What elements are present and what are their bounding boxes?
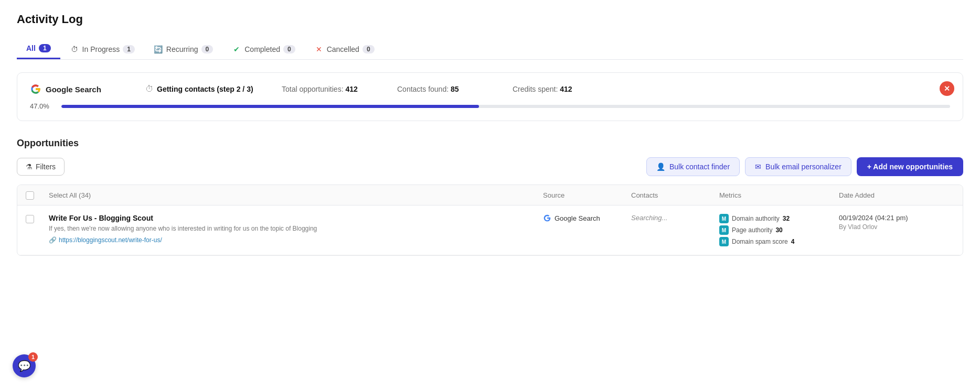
metric-domain-authority: M Domain authority 32: [719, 214, 835, 223]
activity-source: Google Search: [30, 83, 145, 95]
table-header-contacts: Contacts: [631, 191, 715, 199]
google-icon: [30, 83, 41, 95]
bulk-contact-finder-button[interactable]: 👤 Bulk contact finder: [646, 157, 740, 176]
activity-contacts-found: Contacts found: 85: [397, 85, 513, 93]
email-icon: ✉: [755, 162, 761, 171]
tab-completed[interactable]: ✔ Completed 0: [222, 39, 304, 59]
opportunities-section: Opportunities ⚗ Filters 👤 Bulk contact f…: [17, 138, 963, 256]
table-header-title: Select All (34): [49, 191, 539, 199]
tab-recurring[interactable]: 🔄 Recurring 0: [144, 39, 222, 59]
person-icon: 👤: [656, 162, 665, 171]
progress-bar-background: [61, 105, 950, 108]
table-header-metrics: Metrics: [719, 191, 835, 199]
tab-recurring-badge: 0: [201, 45, 214, 53]
add-new-opportunities-button[interactable]: + Add new opportunities: [857, 157, 963, 176]
completed-icon: ✔: [232, 45, 241, 54]
toolbar-right: 👤 Bulk contact finder ✉ Bulk email perso…: [646, 157, 963, 176]
opportunity-source: Google Search: [543, 214, 627, 222]
bulk-email-personalizer-button[interactable]: ✉ Bulk email personalizer: [745, 157, 851, 176]
tab-completed-label: Completed: [244, 45, 280, 53]
opportunities-title: Opportunities: [17, 138, 963, 149]
table-header-date: Date Added: [839, 191, 954, 199]
tab-in-progress[interactable]: ⏱ In Progress 1: [60, 39, 144, 59]
progress-label: 47.0%: [30, 102, 55, 110]
tab-all-label: All: [26, 44, 36, 52]
progress-bar-fill: [61, 105, 479, 108]
activity-step-label: Getting contacts (step 2 / 3): [157, 85, 253, 93]
opportunity-info: Write For Us - Blogging Scout If yes, th…: [49, 214, 539, 244]
opportunity-metrics: M Domain authority 32 M Page authority 3…: [719, 214, 835, 246]
tab-in-progress-label: In Progress: [82, 45, 120, 53]
link-icon: 🔗: [49, 236, 57, 244]
tab-in-progress-badge: 1: [123, 45, 135, 53]
moz-icon: M: [719, 214, 729, 223]
activity-total-opportunities: Total opportunities: 412: [282, 85, 397, 93]
tab-all-badge: 1: [39, 44, 51, 52]
opportunities-table: Select All (34) Source Contacts Metrics …: [17, 185, 963, 256]
table-header-source: Source: [543, 191, 627, 199]
moz-icon-3: M: [719, 237, 729, 246]
metric-page-authority: M Page authority 30: [719, 225, 835, 235]
google-source-icon: [543, 214, 551, 222]
row-checkbox[interactable]: [26, 214, 45, 223]
activity-source-label: Google Search: [46, 85, 101, 94]
table-row: Write For Us - Blogging Scout If yes, th…: [17, 205, 963, 255]
tab-cancelled-badge: 0: [363, 45, 375, 53]
filter-icon: ⚗: [26, 162, 33, 171]
tab-cancelled-label: Cancelled: [327, 45, 359, 53]
opportunity-description: If yes, then we're now allowing anyone w…: [49, 224, 539, 233]
metric-spam-score: M Domain spam score 4: [719, 237, 835, 246]
step-icon: ⏱: [145, 84, 154, 94]
tab-all[interactable]: All 1: [17, 39, 60, 59]
select-all-checkbox[interactable]: [26, 190, 45, 200]
tab-completed-badge: 0: [283, 45, 295, 53]
opportunity-link[interactable]: 🔗 https://bloggingscout.net/write-for-us…: [49, 236, 539, 244]
opportunities-toolbar: ⚗ Filters 👤 Bulk contact finder ✉ Bulk e…: [17, 157, 963, 176]
activity-step: ⏱ Getting contacts (step 2 / 3): [145, 84, 282, 94]
tab-recurring-label: Recurring: [166, 45, 198, 53]
activity-credits-spent: Credits spent: 412: [513, 85, 628, 93]
tabs-bar: All 1 ⏱ In Progress 1 🔄 Recurring 0 ✔ Co…: [17, 39, 963, 60]
moz-icon-2: M: [719, 225, 729, 235]
table-header: Select All (34) Source Contacts Metrics …: [17, 185, 963, 205]
opportunity-contacts: Searching...: [631, 214, 715, 222]
tab-cancelled[interactable]: ✕ Cancelled 0: [305, 39, 384, 59]
cancelled-icon: ✕: [314, 45, 324, 54]
recurring-icon: 🔄: [154, 45, 163, 54]
page-title: Activity Log: [17, 13, 963, 26]
filters-button[interactable]: ⚗ Filters: [17, 158, 65, 176]
opportunity-date: 00/19/2024 (04:21 pm) By Vlad Orlov: [839, 214, 954, 231]
activity-card: ✕ Google Search ⏱ Getting contacts (step…: [17, 72, 963, 121]
clock-icon: ⏱: [70, 45, 79, 54]
progress-row: 47.0%: [30, 102, 950, 110]
opportunity-title: Write For Us - Blogging Scout: [49, 214, 539, 222]
close-activity-button[interactable]: ✕: [940, 81, 954, 96]
